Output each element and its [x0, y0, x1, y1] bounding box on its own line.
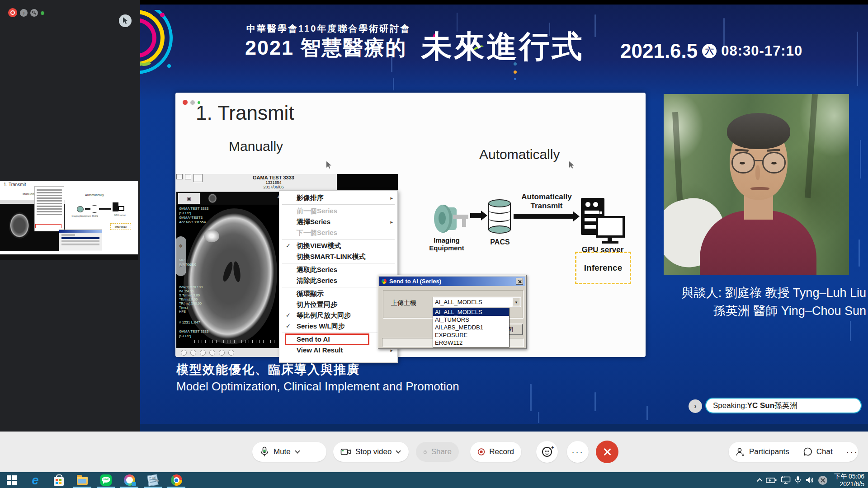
connection-indicator-icon: [41, 11, 44, 15]
flow-arrow: [470, 213, 481, 218]
display-icon[interactable]: [781, 476, 791, 484]
viewer-tool-icon[interactable]: [185, 174, 191, 179]
photo-app-icon: [124, 474, 135, 486]
windows-logo-icon: [7, 475, 17, 485]
share-icon: [423, 447, 427, 456]
menu-separator: [282, 263, 395, 263]
dialog-app-icon: [382, 279, 387, 284]
speaking-collapse-button[interactable]: ›: [689, 399, 702, 413]
banner-subtitle: 中華醫學會110年度聯合學術研討會: [246, 23, 410, 35]
viewer-camera-icon[interactable]: ▣: [178, 193, 200, 204]
viewer-bottom-icon[interactable]: [209, 350, 215, 356]
panelist-line-1: 與談人: 劉庭祿 教授 Tyng–Luh Liu: [650, 284, 866, 302]
taskbar-item-file-explorer[interactable]: [71, 472, 94, 488]
thumb-pacs-label: PACS: [90, 215, 99, 217]
combobox-dropdown-icon[interactable]: ▼: [512, 298, 520, 306]
viewer-toolbar: GAMA TEST 3333 1331554 2017/06/06: [176, 174, 337, 192]
nose: [755, 165, 760, 180]
window-close-icon[interactable]: [183, 100, 188, 105]
mute-button[interactable]: Mute: [252, 442, 326, 462]
viewer-layout-icon[interactable]: [193, 174, 203, 182]
leave-meeting-button[interactable]: [596, 441, 618, 463]
recording-indicator-icon[interactable]: [8, 8, 17, 17]
more-panel-button[interactable]: ···: [840, 442, 865, 462]
stop-video-label: Stop video: [355, 447, 392, 456]
series-thumbnail-image[interactable]: [208, 193, 217, 203]
speaking-name: YC Sun: [747, 401, 774, 410]
thumb-brain-image: [9, 212, 30, 239]
taskbar-item-photo-app[interactable]: [118, 472, 141, 488]
shared-screen-thumbnail[interactable]: 1. Transmit Manually Automatically Imagi…: [0, 181, 138, 254]
taskbar-item-chrome[interactable]: [165, 472, 188, 488]
taskbar-clock[interactable]: 下午 05:06 2021/6/5: [831, 473, 864, 488]
record-label: Record: [489, 447, 514, 456]
ellipsis-icon: ···: [846, 447, 859, 457]
menu-item-sort[interactable]: 影像排序▸: [279, 192, 397, 203]
smiley-plus-icon: +: [542, 447, 552, 457]
more-options-button[interactable]: ···: [567, 441, 589, 463]
record-button[interactable]: Record: [470, 442, 521, 462]
monitor-stand: [608, 238, 612, 241]
decoration-bar: [850, 321, 851, 341]
tray-chevron-up-icon[interactable]: [757, 478, 763, 484]
menu-item-toggle-smartlink[interactable]: 切換SMART-LINK模式: [279, 251, 397, 262]
dropdown-option[interactable]: ERGW112: [433, 339, 509, 347]
model-combobox[interactable]: AI_ALL_MODELS ▼: [433, 297, 521, 307]
viewer-tool-icon[interactable]: [176, 174, 183, 179]
dropdown-option[interactable]: AI_ALL_MODELS: [433, 308, 509, 316]
thumb-manually-label: Manually: [23, 192, 35, 196]
tray-status-x-icon[interactable]: [818, 476, 827, 485]
camera-icon: [340, 447, 351, 456]
dropdown-option[interactable]: EXPOSURE: [433, 331, 509, 339]
encryption-key-icon[interactable]: [30, 9, 38, 17]
menu-item-select-series[interactable]: 選擇Series▸: [279, 216, 397, 227]
chat-button[interactable]: Chat: [796, 442, 840, 462]
record-icon: [477, 447, 485, 456]
tray-microphone-icon[interactable]: [795, 476, 801, 484]
viewer-bottom-icon[interactable]: [219, 350, 225, 356]
viewer-floating-tools[interactable]: ✥ ⌕: [176, 236, 186, 276]
viewer-bottom-icon[interactable]: [200, 350, 206, 356]
share-button[interactable]: Share: [416, 442, 459, 462]
taskbar-item-edge[interactable]: e: [24, 472, 47, 488]
menu-item-pick-series[interactable]: 選取此Series: [279, 264, 397, 275]
taskbar-item-notepad[interactable]: [141, 472, 165, 488]
auto-transmit-arrow: [514, 214, 573, 219]
banner-title-right: 未來進行式: [421, 26, 584, 67]
audio-icon[interactable]: ♪: [20, 9, 28, 17]
chevron-down-icon[interactable]: [396, 448, 401, 453]
thumb-slide-title: 1. Transmit: [4, 182, 26, 187]
decoration-bar: [594, 392, 596, 411]
taskbar-item-store[interactable]: [47, 472, 71, 488]
window-minimize-icon[interactable]: [190, 100, 195, 105]
battery-icon[interactable]: [766, 477, 777, 483]
speaker-icon[interactable]: [805, 476, 814, 484]
remote-control-pointer-button[interactable]: [119, 14, 132, 27]
participants-button[interactable]: Participants: [729, 442, 796, 462]
pan-icon[interactable]: ✥: [179, 244, 183, 249]
menu-item-toggle-view[interactable]: ✓切換VIEW模式: [279, 240, 397, 251]
viewer-bottom-icon[interactable]: [190, 350, 196, 356]
store-icon: [54, 477, 64, 486]
session-title-zh: 模型效能優化、臨床導入與推廣: [176, 361, 360, 378]
taskbar-item-line[interactable]: LINE: [94, 472, 118, 488]
menu-item-previous-series[interactable]: 前一個Series: [279, 206, 397, 216]
check-icon: ✓: [286, 310, 291, 321]
chevron-down-icon[interactable]: [295, 448, 300, 453]
banner-weekday-badge: 六: [702, 44, 717, 58]
stop-video-button[interactable]: Stop video: [333, 442, 409, 462]
thumb-imaging-label: Imaging Equipment: [71, 215, 91, 217]
zoom-icon[interactable]: ⌕: [179, 263, 182, 269]
dialog-close-icon[interactable]: [516, 278, 523, 285]
dropdown-option[interactable]: AI_TUMORS: [433, 316, 509, 324]
mouse-cursor-icon: [569, 161, 575, 169]
dialog-titlebar[interactable]: Send to AI (Series): [379, 277, 525, 286]
menu-item-next-series[interactable]: 下一個Series: [279, 227, 397, 238]
viewer-bottom-icon[interactable]: [228, 350, 234, 356]
dropdown-option[interactable]: AILABS_MEDDB1: [433, 324, 509, 331]
banner-time: 08:30-17:10: [721, 43, 802, 59]
start-button[interactable]: [0, 472, 24, 488]
viewer-bottom-icon[interactable]: [181, 350, 187, 356]
thumbnail-footer-strip: [0, 254, 138, 260]
reactions-button[interactable]: +: [536, 441, 558, 463]
